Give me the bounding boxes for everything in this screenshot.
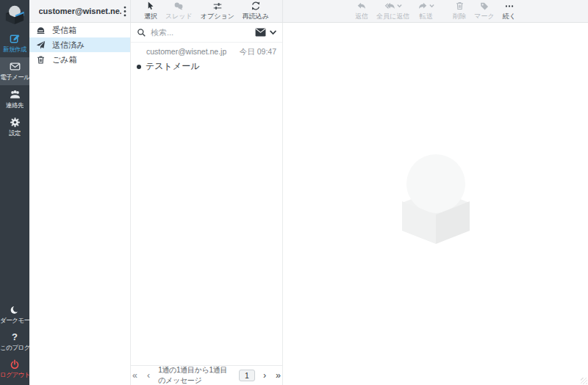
- mail-icon: [10, 61, 21, 72]
- sliders-icon: [212, 1, 223, 11]
- select-label: 選択: [144, 12, 157, 21]
- search-actions: [255, 28, 276, 37]
- inbox-icon: [36, 26, 46, 35]
- threads-icon: [173, 1, 184, 11]
- logout-button[interactable]: ログアウト: [0, 356, 29, 383]
- unread-dot[interactable]: [137, 65, 141, 69]
- chevron-down-icon: [429, 4, 434, 8]
- about-button[interactable]: ? このプログ…: [0, 328, 29, 356]
- forward-button[interactable]: 転送: [417, 1, 435, 21]
- message-list-pane: customer@wisnet.ne.jp 今日 09:47 テストメール « …: [131, 23, 283, 385]
- message-sender: customer@wisnet.ne.jp: [146, 47, 226, 56]
- threads-label: スレッド: [165, 12, 193, 21]
- sidebar-item-label: 連絡先: [6, 101, 24, 110]
- roundcube-logo[interactable]: [0, 0, 29, 29]
- top-bar: customer@wisnet.ne.jp 選択: [29, 0, 588, 23]
- reply-all-icon: [384, 1, 395, 11]
- list-spacer: [131, 78, 282, 365]
- more-icon: [504, 1, 514, 11]
- threads-button[interactable]: スレッド: [165, 1, 193, 21]
- forward-label: 転送: [420, 12, 433, 21]
- search-icon: [137, 28, 146, 37]
- more-label: 続く: [503, 12, 516, 21]
- message-row[interactable]: customer@wisnet.ne.jp 今日 09:47 テストメール: [131, 43, 282, 78]
- about-label: このプログ…: [0, 344, 29, 353]
- compose-label: 新規作成: [3, 46, 26, 54]
- folder-label: 送信済み: [52, 40, 85, 51]
- sidebar-menu: 新規作成 電子メール: [0, 29, 29, 141]
- chevron-down-icon: [397, 4, 402, 8]
- refresh-button[interactable]: 再読込み: [242, 1, 270, 21]
- last-page-button[interactable]: »: [274, 370, 282, 381]
- contacts-icon: [10, 89, 21, 100]
- delete-label: 削除: [453, 12, 466, 21]
- webmail-app: 新規作成 電子メール: [0, 0, 588, 385]
- app-sidebar: 新規作成 電子メール: [0, 0, 29, 385]
- content-columns: 受信箱 送信済み: [29, 23, 588, 385]
- reply-icon: [356, 1, 367, 11]
- dark-mode-button[interactable]: ダークモー…: [0, 301, 29, 328]
- reply-all-button[interactable]: 全員に返信: [376, 1, 410, 21]
- sidebar-spacer: [0, 141, 29, 301]
- trash-icon: [36, 55, 46, 65]
- options-button[interactable]: オプション: [200, 1, 235, 21]
- list-toolbar: 選択 スレッド: [131, 0, 283, 22]
- compose-button[interactable]: 新規作成: [0, 29, 29, 57]
- forward-icon: [417, 1, 428, 11]
- more-button[interactable]: 続く: [502, 1, 517, 21]
- prev-page-button[interactable]: ‹: [146, 370, 151, 381]
- power-icon: [10, 359, 20, 370]
- folder-label: 受信箱: [52, 25, 76, 36]
- resize-grip[interactable]: [581, 378, 587, 384]
- search-input[interactable]: [151, 28, 251, 37]
- reply-label: 返信: [355, 12, 368, 21]
- envelope-icon[interactable]: [255, 28, 266, 37]
- first-page-button[interactable]: «: [131, 370, 139, 381]
- content-pane: [283, 23, 588, 385]
- next-page-button[interactable]: ›: [262, 370, 268, 381]
- message-date: 今日 09:47: [240, 47, 276, 57]
- tag-icon: [479, 1, 490, 11]
- sidebar-item-label: 電子メール: [0, 73, 29, 82]
- logout-label: ログアウト: [0, 371, 29, 380]
- select-button[interactable]: 選択: [143, 1, 158, 21]
- folder-sent[interactable]: 送信済み: [29, 37, 130, 52]
- help-icon: ?: [12, 332, 18, 342]
- folder-list: 受信箱 送信済み: [29, 23, 131, 385]
- sidebar-bottom-menu: ダークモー… ? このプログ… ログアウト: [0, 301, 29, 385]
- message-subject: テストメール: [146, 60, 199, 73]
- folder-trash[interactable]: ごみ箱: [29, 52, 130, 67]
- logo-cube-icon: [4, 4, 26, 25]
- folder-label: ごみ箱: [52, 54, 77, 65]
- cursor-icon: [146, 1, 155, 11]
- refresh-label: 再読込み: [243, 12, 269, 21]
- kebab-icon[interactable]: [123, 6, 126, 17]
- delete-button[interactable]: 削除: [452, 1, 467, 21]
- reply-all-label: 全員に返信: [376, 12, 409, 21]
- dark-mode-label: ダークモー…: [0, 317, 29, 325]
- options-label: オプション: [201, 12, 234, 21]
- sidebar-item-settings[interactable]: 設定: [0, 113, 29, 141]
- sent-icon: [36, 40, 46, 50]
- account-header: customer@wisnet.ne.jp: [29, 0, 131, 22]
- sidebar-item-contacts[interactable]: 連絡先: [0, 85, 29, 113]
- sidebar-item-label: 設定: [9, 129, 21, 138]
- search-bar: [131, 23, 282, 43]
- watermark-logo: [387, 143, 484, 245]
- pagination-bar: « ‹ 1通の1通目から1通目のメッセージ › »: [131, 365, 282, 385]
- chevron-down-icon[interactable]: [270, 30, 276, 35]
- page-number-input[interactable]: [239, 370, 255, 381]
- message-toolbar: 返信: [283, 0, 588, 22]
- main-area: customer@wisnet.ne.jp 選択: [29, 0, 588, 385]
- reply-button[interactable]: 返信: [354, 1, 369, 21]
- mark-label: マーク: [474, 12, 494, 21]
- pagination-summary: 1通の1通目から1通目のメッセージ: [158, 365, 232, 385]
- sidebar-item-mail[interactable]: 電子メール: [0, 57, 29, 85]
- compose-icon: [10, 33, 21, 44]
- refresh-icon: [251, 1, 261, 11]
- settings-icon: [10, 117, 21, 128]
- folder-inbox[interactable]: 受信箱: [29, 23, 130, 37]
- account-email: customer@wisnet.ne.jp: [39, 7, 121, 15]
- moon-icon: [10, 305, 20, 315]
- mark-button[interactable]: マーク: [473, 1, 495, 21]
